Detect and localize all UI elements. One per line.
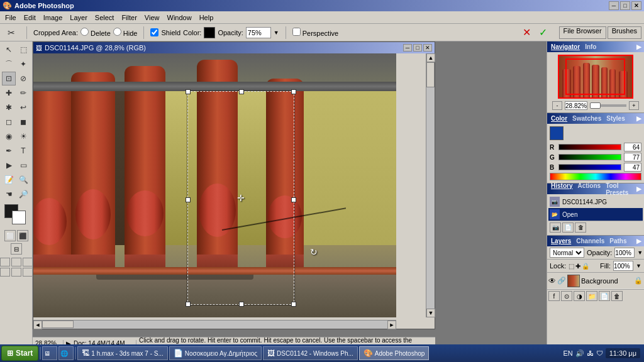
menu-file[interactable]: File	[1, 13, 20, 23]
fill-arrow[interactable]: ▼	[636, 263, 641, 269]
history-brush-tool[interactable]: ↩	[16, 101, 30, 114]
channels-tab[interactable]: Channels	[575, 238, 606, 244]
history-item-snapshot[interactable]: 📷 DSC01144.JPG	[548, 195, 643, 208]
speaker-icon[interactable]: 🔊	[575, 349, 584, 358]
perspective-checkbox[interactable]	[292, 28, 301, 36]
screen-mode-btn[interactable]: ⊟	[11, 243, 22, 255]
layer-delete-btn[interactable]: 🗑	[611, 291, 623, 301]
navigator-menu-icon[interactable]: ▶	[636, 43, 641, 50]
opacity-value-input[interactable]	[614, 248, 635, 258]
rainbow-spectrum-bar[interactable]	[550, 173, 641, 180]
scroll-track-h[interactable]	[42, 321, 387, 329]
locale-indicator[interactable]: EN	[563, 349, 572, 357]
lock-pixels-icon[interactable]: ⬚	[569, 263, 574, 270]
extra-btn-4[interactable]	[0, 268, 10, 277]
taskbar-hospital[interactable]: 📄 Νοσοκομειο Αγ.Δημήτριος	[169, 346, 262, 360]
eyedropper-tool[interactable]: 🔍	[16, 173, 30, 187]
menu-image[interactable]: Image	[40, 13, 67, 23]
delete-radio[interactable]	[80, 28, 89, 36]
blend-mode-select[interactable]: Normal	[550, 248, 584, 258]
taskbar-3dsmax[interactable]: 🏗 1 h.max - 3ds max 7 - S...	[77, 346, 167, 360]
scroll-right-arrow[interactable]: ►	[387, 321, 396, 329]
maximize-button[interactable]: □	[620, 1, 630, 10]
menu-window[interactable]: Window	[164, 13, 196, 23]
brush-tool[interactable]: ✏	[16, 86, 30, 100]
swatches-tab[interactable]: Swatches	[571, 115, 602, 122]
zoom-in-button[interactable]: +	[629, 101, 639, 110]
menu-help[interactable]: Help	[196, 13, 218, 23]
healing-brush-tool[interactable]: ✚	[2, 86, 16, 100]
history-menu-icon[interactable]: ▶	[636, 185, 641, 192]
taskbar-photoshop[interactable]: 🎨 Adobe Photoshop	[359, 346, 430, 360]
layer-style-btn[interactable]: f	[548, 291, 560, 301]
hide-radio[interactable]	[113, 28, 121, 36]
layer-adj-btn[interactable]: ◑	[574, 291, 585, 301]
r-value[interactable]	[624, 143, 641, 151]
image-canvas[interactable]: ✛ ↻	[33, 53, 396, 317]
antivirus-icon[interactable]: 🛡	[596, 349, 603, 357]
lock-position-icon[interactable]: ✚	[575, 263, 580, 270]
blur-tool[interactable]: ◉	[2, 129, 16, 143]
brushes-tab[interactable]: Brushes	[608, 26, 641, 39]
opacity-arrow[interactable]: ▼	[637, 250, 643, 256]
slice-tool[interactable]: ⊘	[16, 72, 30, 85]
b-value[interactable]	[624, 163, 641, 172]
hand-tool[interactable]: ☚	[2, 187, 16, 201]
lock-all-icon[interactable]: 🔒	[582, 263, 589, 270]
shape-tool[interactable]: ▭	[16, 158, 30, 172]
scroll-thumb-v[interactable]	[426, 62, 435, 87]
history-item-open[interactable]: 📂 Open	[548, 208, 643, 221]
delete-state-btn[interactable]: 🗑	[575, 222, 586, 233]
paths-tab[interactable]: Paths	[608, 238, 628, 244]
file-browser-tab[interactable]: File Browser	[559, 26, 606, 39]
extra-btn-6[interactable]	[23, 268, 33, 277]
start-button[interactable]: ⊞ Start	[1, 346, 38, 361]
fill-value-input[interactable]	[613, 261, 633, 271]
type-tool[interactable]: T	[16, 144, 30, 158]
layers-menu-icon[interactable]: ▶	[636, 238, 641, 244]
doc-close[interactable]: ✕	[423, 44, 432, 52]
layer-link-icon[interactable]: 🔗	[557, 277, 566, 285]
opacity-input[interactable]	[246, 27, 271, 38]
crop-tool[interactable]: ⊡	[2, 72, 16, 85]
shield-checkbox[interactable]	[150, 28, 158, 36]
tool-presets-tab[interactable]: Tool Presets	[604, 182, 633, 196]
canvas-area[interactable]: 🖼 DSC01144.JPG @ 28,8% (RGB) ─ □ ✕	[33, 41, 547, 349]
layer-mask-btn[interactable]: ⊙	[561, 291, 572, 301]
pen-tool[interactable]: ✒	[2, 144, 16, 158]
scroll-up-arrow[interactable]: ▲	[426, 53, 435, 62]
info-tab[interactable]: Info	[584, 43, 597, 50]
magic-wand-tool[interactable]: ✦	[16, 57, 30, 71]
notes-tool[interactable]: 📝	[2, 173, 16, 187]
commit-button[interactable]: ✓	[536, 26, 550, 40]
extra-btn-1[interactable]	[0, 258, 10, 266]
gradient-tool[interactable]: ◼	[16, 115, 30, 129]
layer-new-btn[interactable]: 📄	[599, 291, 610, 301]
doc-maximize[interactable]: □	[413, 44, 422, 52]
zoom-tool[interactable]: 🔎	[16, 187, 30, 201]
opacity-dropdown-icon[interactable]: ▼	[274, 30, 279, 36]
lasso-tool[interactable]: ⌒	[2, 57, 16, 71]
minimize-button[interactable]: ─	[609, 1, 619, 10]
g-value[interactable]	[624, 153, 641, 162]
foreground-color-preview[interactable]	[550, 126, 564, 140]
taskbar-ie-icon[interactable]: 🌐	[58, 346, 74, 360]
shield-color-swatch[interactable]	[204, 27, 215, 38]
taskbar-photo-viewer[interactable]: 🖼 DSC01142 - Windows Ph...	[263, 346, 358, 360]
zoom-out-button[interactable]: -	[552, 101, 562, 110]
menu-layer[interactable]: Layer	[66, 13, 91, 23]
quick-mask-mode[interactable]: ⬛	[17, 230, 28, 241]
styles-tab[interactable]: Styles	[605, 115, 626, 122]
menu-view[interactable]: View	[141, 13, 164, 23]
g-slider[interactable]	[558, 154, 621, 160]
path-selection-tool[interactable]: ▶	[2, 158, 16, 172]
create-snapshot-btn[interactable]: 📷	[550, 222, 561, 233]
scroll-track-v[interactable]	[426, 62, 435, 309]
menu-filter[interactable]: Filter	[118, 13, 140, 23]
standard-mode[interactable]: ⬜	[4, 230, 16, 241]
actions-tab[interactable]: Actions	[576, 182, 602, 196]
extra-btn-3[interactable]	[23, 258, 33, 266]
background-color[interactable]	[12, 211, 26, 224]
move-tool[interactable]: ↖	[2, 43, 16, 57]
menu-edit[interactable]: Edit	[20, 13, 40, 23]
